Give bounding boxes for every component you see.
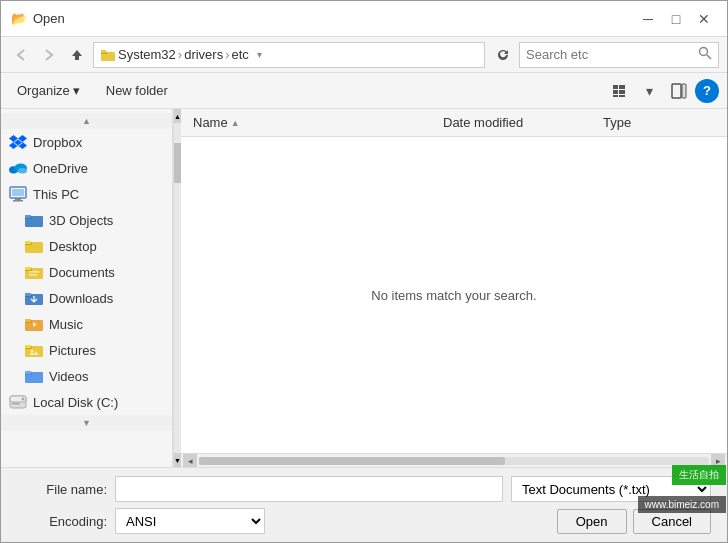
svg-rect-5 <box>613 85 618 89</box>
svg-point-46 <box>22 398 25 401</box>
toolbar: Organize ▾ New folder ▾ ? <box>1 73 727 109</box>
breadcrumb-sep2: › <box>225 47 229 62</box>
sidebar-scroll-down[interactable]: ▼ <box>1 415 172 431</box>
vscroll-up-button[interactable]: ▲ <box>174 109 182 123</box>
sidebar-item-pictures[interactable]: Pictures <box>1 337 172 363</box>
up-button[interactable] <box>65 43 89 67</box>
sidebar-item-onedrive[interactable]: OneDrive <box>1 155 172 181</box>
forward-button[interactable] <box>37 43 61 67</box>
bottom-area: File name: Text Documents (*.txt) All Fi… <box>1 467 727 542</box>
horizontal-scrollbar[interactable]: ◂ ▸ <box>181 453 727 467</box>
svg-rect-30 <box>29 274 37 276</box>
svg-rect-22 <box>25 215 31 218</box>
breadcrumb-system32[interactable]: System32 <box>118 47 176 62</box>
sidebar-label-music: Music <box>49 317 83 332</box>
close-button[interactable]: ✕ <box>691 9 717 29</box>
sidebar-item-thispc[interactable]: This PC <box>1 181 172 207</box>
window-controls: ─ □ ✕ <box>635 9 717 29</box>
folder-desktop-icon <box>25 237 43 255</box>
filename-input[interactable] <box>115 476 503 502</box>
folder-downloads-icon <box>25 289 43 307</box>
column-date-modified[interactable]: Date modified <box>439 115 599 130</box>
view-preview-button[interactable] <box>665 78 693 104</box>
help-button[interactable]: ? <box>695 79 719 103</box>
main-area: ▲ Dropbox OneDrive <box>1 109 727 467</box>
sidebar-label-localdisk: Local Disk (C:) <box>33 395 118 410</box>
organize-label: Organize <box>17 83 70 98</box>
sidebar-label-onedrive: OneDrive <box>33 161 88 176</box>
sidebar-item-documents[interactable]: Documents <box>1 259 172 285</box>
view-list-button[interactable] <box>605 78 633 104</box>
file-area: Name ▲ Date modified Type No items match… <box>181 109 727 467</box>
organize-button[interactable]: Organize ▾ <box>9 80 88 101</box>
svg-rect-10 <box>619 95 625 97</box>
encoding-row: Encoding: ANSI UTF-8 UTF-16 Open Cancel <box>17 508 711 534</box>
svg-rect-25 <box>25 241 31 244</box>
open-button[interactable]: Open <box>557 509 627 534</box>
svg-rect-36 <box>25 319 31 322</box>
organize-arrow: ▾ <box>73 83 80 98</box>
minimize-button[interactable]: ─ <box>635 9 661 29</box>
sidebar-item-3dobjects[interactable]: 3D Objects <box>1 207 172 233</box>
sidebar-item-dropbox[interactable]: Dropbox <box>1 129 172 155</box>
sidebar-item-videos[interactable]: Videos <box>1 363 172 389</box>
sidebar-label-dropbox: Dropbox <box>33 135 82 150</box>
encoding-label: Encoding: <box>17 514 107 529</box>
sidebar-label-desktop: Desktop <box>49 239 97 254</box>
watermark1: 生活自拍 <box>672 465 726 485</box>
title-icon: 📂 <box>11 11 27 27</box>
refresh-button[interactable] <box>491 43 515 67</box>
svg-rect-18 <box>15 198 21 200</box>
vscroll-track[interactable] <box>174 123 182 453</box>
breadcrumb-drivers[interactable]: drivers <box>184 47 223 62</box>
sidebar-label-3dobjects: 3D Objects <box>49 213 113 228</box>
svg-rect-8 <box>619 90 625 94</box>
sidebar: ▲ Dropbox OneDrive <box>1 109 173 467</box>
svg-rect-11 <box>672 84 681 98</box>
column-type[interactable]: Type <box>599 115 719 130</box>
search-input[interactable] <box>526 47 698 62</box>
svg-point-15 <box>18 168 27 173</box>
svg-rect-6 <box>619 85 625 89</box>
view-buttons: ▾ ? <box>605 78 719 104</box>
sidebar-item-desktop[interactable]: Desktop <box>1 233 172 259</box>
sidebar-item-music[interactable]: Music <box>1 311 172 337</box>
sidebar-item-downloads[interactable]: Downloads <box>1 285 172 311</box>
svg-rect-2 <box>101 50 106 53</box>
watermark2: www.bimeiz.com <box>638 496 726 513</box>
breadcrumb[interactable]: System32 › drivers › etc ▾ <box>93 42 485 68</box>
sidebar-label-documents: Documents <box>49 265 115 280</box>
encoding-select[interactable]: ANSI UTF-8 UTF-16 <box>115 508 265 534</box>
folder-3dobjects-icon <box>25 211 43 229</box>
breadcrumb-etc[interactable]: etc <box>232 47 249 62</box>
folder-music-icon <box>25 315 43 333</box>
thispc-icon <box>9 185 27 203</box>
view-arrow-button[interactable]: ▾ <box>635 78 663 104</box>
svg-rect-39 <box>25 345 31 348</box>
svg-rect-9 <box>613 95 618 97</box>
search-box <box>519 42 719 68</box>
vscroll-thumb[interactable] <box>174 143 182 183</box>
column-name[interactable]: Name ▲ <box>189 115 439 130</box>
hscroll-left-button[interactable]: ◂ <box>183 454 197 468</box>
hscroll-thumb[interactable] <box>199 457 505 465</box>
svg-rect-19 <box>13 200 23 202</box>
sidebar-item-localdisk[interactable]: Local Disk (C:) <box>1 389 172 415</box>
search-icon <box>698 46 712 63</box>
open-dialog: 📂 Open ─ □ ✕ System32 › drivers › <box>0 0 728 543</box>
back-button[interactable] <box>9 43 33 67</box>
sidebar-scroll-up[interactable]: ▲ <box>1 113 172 129</box>
sidebar-scrollbar[interactable]: ▲ ▼ <box>173 109 181 467</box>
maximize-button[interactable]: □ <box>663 9 689 29</box>
folder-videos-icon <box>25 367 43 385</box>
column-header: Name ▲ Date modified Type <box>181 109 727 137</box>
vscroll-down-button[interactable]: ▼ <box>174 453 182 467</box>
filename-label: File name: <box>17 482 107 497</box>
breadcrumb-dropdown-icon[interactable]: ▾ <box>257 49 262 60</box>
new-folder-button[interactable]: New folder <box>96 80 178 101</box>
address-bar: System32 › drivers › etc ▾ <box>1 37 727 73</box>
onedrive-icon <box>9 159 27 177</box>
hscroll-track[interactable] <box>199 457 709 465</box>
sidebar-label-thispc: This PC <box>33 187 79 202</box>
svg-rect-47 <box>12 403 20 405</box>
